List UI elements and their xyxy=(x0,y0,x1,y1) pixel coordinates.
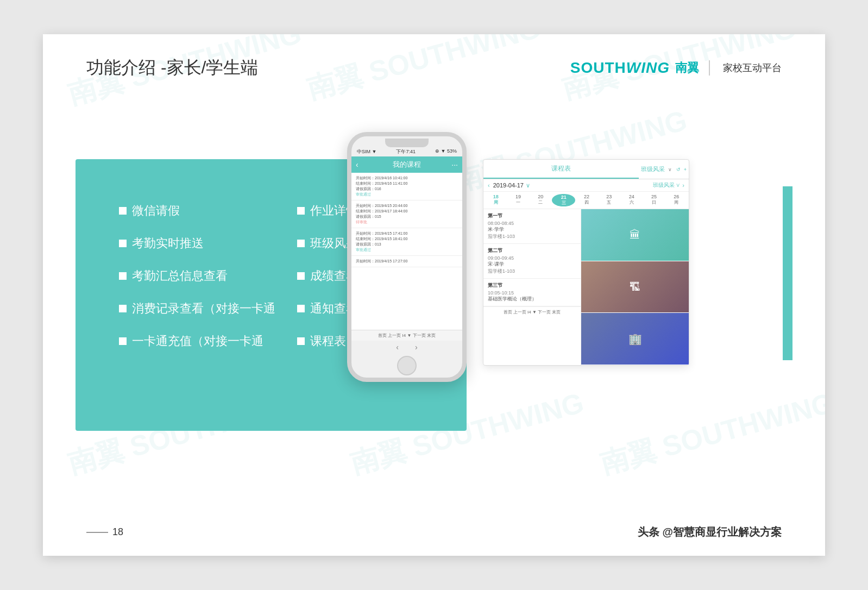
schedule-screen: 课程表 班级风采 ∨ ↺ + ‹ 2019-04-17 ∨ 班级风采 ∨ › 1… xyxy=(483,159,689,366)
date-forward-arrow[interactable]: › xyxy=(682,182,684,189)
schedule-body: 第一节 08:00-08:45 米·学学 茄学楼1-103 第二节 09:00-… xyxy=(483,209,689,365)
bullet-6 xyxy=(297,207,305,215)
phone-forward-arrow[interactable]: › xyxy=(415,343,418,352)
brand-platform: 家校互动平台 xyxy=(723,61,782,74)
feature-label-3: 考勤汇总信息查看 xyxy=(132,268,228,284)
class-select[interactable]: 班级风采 ∨ xyxy=(653,181,681,189)
building-icon-3: 🏢 xyxy=(628,332,642,346)
footer-credit: 头条 @智慧商显行业解决方案 xyxy=(638,525,782,539)
course-status-2: 待审批 xyxy=(356,219,458,225)
back-button[interactable]: ‹ xyxy=(356,160,358,169)
add-icon[interactable]: + xyxy=(684,167,687,172)
page-num-text: 18 xyxy=(112,526,123,538)
feature-item-1: 微信请假 xyxy=(119,203,275,219)
course-reason-1: 请假原因：016 xyxy=(356,186,458,192)
schedule-tab-courses[interactable]: 课程表 xyxy=(483,160,639,179)
bullet-5 xyxy=(119,337,127,345)
schedule-period-list: 第一节 08:00-08:45 米·学学 茄学楼1-103 第二节 09:00-… xyxy=(483,209,581,365)
watermark-7: 南翼 SOUTHWING xyxy=(596,384,825,483)
period-label-2: 第二节 xyxy=(488,247,576,254)
course-end-1: 结束时间：2019/4/16 11:41:00 xyxy=(356,181,458,186)
bullet-10 xyxy=(297,337,305,345)
phone-battery: ⊕ ▼ 53% xyxy=(435,148,457,155)
schedule-pagination[interactable]: 首页 上一页 I4 ▼ 下一页 末页 xyxy=(483,306,581,317)
course-reason-3: 请假原因：013 xyxy=(356,242,458,247)
phone-notch xyxy=(385,139,429,147)
phone-course-item-1: 开始时间：2019/4/16 10:41:00 结束时间：2019/4/16 1… xyxy=(351,173,462,200)
week-day-25[interactable]: 25日 xyxy=(643,194,665,206)
phone-screen-title: 我的课程 xyxy=(393,160,421,168)
period-subject-3: 基础医学概论（概理） xyxy=(488,296,576,303)
week-day-21[interactable]: 21三 xyxy=(552,194,575,206)
period-label-3: 第三节 xyxy=(488,282,576,289)
phone-pagination[interactable]: 首页 上一页 I4 ▼ 下一页 末页 xyxy=(351,330,462,341)
course-status-1: 审批通过 xyxy=(356,192,458,197)
feature-item-3: 考勤汇总信息查看 xyxy=(119,268,275,284)
bullet-4 xyxy=(119,305,127,312)
bullet-1 xyxy=(119,207,127,215)
feature-item-4: 消费记录查看（对接一卡通 xyxy=(119,300,275,317)
feature-label-10: 课程表 xyxy=(310,333,346,349)
week-day-20[interactable]: 20二 xyxy=(530,194,552,206)
period-subject-2: 宋·课学 xyxy=(488,261,576,268)
schedule-date-row: ‹ 2019-04-17 ∨ 班级风采 ∨ › xyxy=(483,179,689,192)
page-title: 功能介绍 -家长/学生端 xyxy=(86,56,258,80)
campus-photo-list: 🏛 🏗 🏢 xyxy=(581,209,689,365)
phone-more-icon[interactable]: ··· xyxy=(451,160,458,169)
feature-label-4: 消费记录查看（对接一卡通 xyxy=(132,300,275,317)
bullet-3 xyxy=(119,272,127,280)
phone-nav-bar: ‹ › xyxy=(351,341,462,354)
brand-logo: SOUTHWING 南翼 家校互动平台 xyxy=(570,59,782,77)
date-back-arrow[interactable]: ‹ xyxy=(488,182,490,189)
schedule-photos-panel: 🏛 🏗 🏢 xyxy=(581,209,689,365)
phone-course-item-2: 开始时间：2019/4/15 20:44:00 结束时间：2019/4/17 1… xyxy=(351,200,462,228)
refresh-icon[interactable]: ↺ xyxy=(676,167,681,172)
date-dropdown-icon[interactable]: ∨ xyxy=(526,182,530,189)
brand-divider xyxy=(709,60,710,76)
week-day-23[interactable]: 23五 xyxy=(598,194,620,206)
phone-course-item-3: 开始时间：2019/4/15 17:41:00 结束时间：2019/4/15 1… xyxy=(351,228,462,256)
week-day-19[interactable]: 19一 xyxy=(507,194,529,206)
week-day-18: 18周 xyxy=(485,194,507,206)
course-end-2: 结束时间：2019/4/17 18:44:00 xyxy=(356,209,458,214)
phone-back-arrow[interactable]: ‹ xyxy=(396,343,399,352)
building-icon-2: 🏗 xyxy=(630,281,640,293)
course-status-3: 审批通过 xyxy=(356,247,458,253)
phone-home-button[interactable] xyxy=(397,356,417,375)
phone-mockup: 中SIM ▼ 下午7:41 ⊕ ▼ 53% ‹ 我的课程 ··· 开始时间：20… xyxy=(347,132,467,382)
brand-chinese: 南翼 xyxy=(675,60,699,76)
feature-item-5: 一卡通充值（对接一卡通 xyxy=(119,333,275,349)
feature-item-2: 考勤实时推送 xyxy=(119,235,275,252)
period-time-3: 10:05-10:15 xyxy=(488,290,576,296)
feature-label-2: 考勤实时推送 xyxy=(132,235,204,252)
building-icon-1: 🏛 xyxy=(630,229,640,241)
period-time-1: 08:00-08:45 xyxy=(488,221,576,226)
schedule-tabs: 课程表 班级风采 ∨ ↺ + xyxy=(483,160,689,179)
schedule-class-filter[interactable]: 班级风采 ∨ ↺ + xyxy=(639,160,689,179)
bullet-9 xyxy=(297,305,305,312)
page-number: 18 xyxy=(86,526,123,538)
course-end-3: 结束时间：2019/4/15 18:41:00 xyxy=(356,236,458,242)
bullet-2 xyxy=(119,240,127,247)
course-reason-2: 请假原因：015 xyxy=(356,214,458,219)
phone-course-list: 开始时间：2019/4/16 10:41:00 结束时间：2019/4/16 1… xyxy=(351,173,462,330)
period-2: 第二节 09:00-09:45 宋·课学 茄学楼1-103 xyxy=(483,244,581,279)
period-subject-1: 米·学学 xyxy=(488,226,576,233)
feature-label-1: 微信请假 xyxy=(132,203,180,219)
campus-photo-3: 🏢 xyxy=(581,313,689,365)
period-time-2: 09:00-09:45 xyxy=(488,255,576,261)
week-day-24[interactable]: 24六 xyxy=(620,194,643,206)
course-start-4: 开始时间：2019/4/15 17:27:00 xyxy=(356,259,458,264)
schedule-week-row: 18周 19一 20二 21三 22四 23五 24六 25日 26周 xyxy=(483,192,689,209)
footer: 18 头条 @智慧商显行业解决方案 xyxy=(86,525,782,539)
period-room-1: 茄学楼1-103 xyxy=(488,233,576,240)
header: 功能介绍 -家长/学生端 SOUTHWING 南翼 家校互动平台 xyxy=(86,56,782,80)
campus-photo-1: 🏛 xyxy=(581,209,689,261)
course-start-2: 开始时间：2019/4/15 20:44:00 xyxy=(356,203,458,209)
week-day-22[interactable]: 22四 xyxy=(575,194,597,206)
slide: 南翼 SOUTHWING 南翼 SOUTHWING 南翼 SOUTHWING 南… xyxy=(43,34,825,556)
page-line xyxy=(86,532,108,533)
bullet-7 xyxy=(297,240,305,247)
course-start-1: 开始时间：2019/4/16 10:41:00 xyxy=(356,175,458,181)
week-day-26[interactable]: 26周 xyxy=(665,194,688,206)
